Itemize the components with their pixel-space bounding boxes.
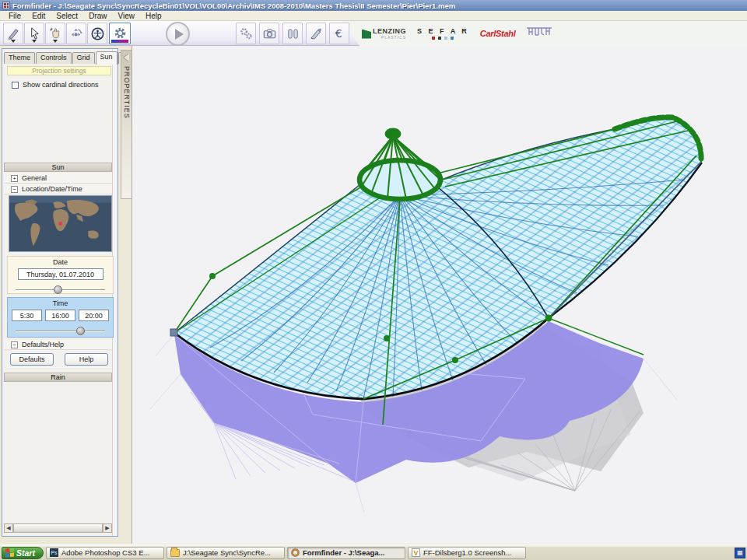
svg-text:€: €	[335, 27, 342, 40]
lenzing-text: LENZING	[373, 28, 406, 35]
date-slider[interactable]	[16, 286, 105, 294]
task-explorer[interactable]: J:\Seagate Sync\SyncRe...	[167, 547, 285, 559]
tab-theme[interactable]: Theme	[4, 52, 35, 64]
columns-icon	[286, 26, 300, 41]
menu-view[interactable]: View	[113, 12, 141, 20]
time-slider[interactable]	[16, 327, 105, 335]
ornate-purple-logo	[526, 26, 552, 41]
app-icon	[2, 2, 10, 9]
lenzing-subtext: PLASTICS	[373, 35, 406, 40]
sun-section-header[interactable]: Sun	[4, 163, 112, 172]
time-sunrise-field[interactable]: 5:30	[12, 310, 42, 321]
sefar-logo: S E F A R	[417, 28, 469, 40]
time-current-field[interactable]: 16:00	[45, 310, 75, 321]
defaults-help-expander[interactable]: − Defaults/Help	[4, 340, 112, 350]
time-slider-thumb[interactable]	[76, 327, 85, 335]
tab-controls[interactable]: Controls	[36, 52, 72, 64]
window-title: Formfinder - J:\Seagate Sync\SyncRecycle…	[12, 2, 455, 10]
app-window: Formfinder - J:\Seagate Sync\SyncRecycle…	[0, 0, 747, 560]
orbit-move-icon	[69, 26, 84, 41]
date-label: Date	[8, 258, 113, 266]
task-photoshop[interactable]: Ps Adobe Photoshop CS3 E...	[46, 547, 164, 559]
small-gears-icon	[239, 26, 254, 41]
time-label: Time	[8, 299, 113, 307]
figure-tool-button[interactable]	[87, 23, 107, 44]
location-date-time-expander[interactable]: − Location/Date/Time	[4, 184, 112, 194]
lenzing-mark-icon	[362, 30, 371, 39]
euro-tool-button[interactable]: €	[329, 23, 349, 44]
carlstahl-logo: CarlStahl	[480, 29, 516, 38]
time-sunset-field[interactable]: 20:00	[79, 310, 109, 321]
sun-shadow-tool-button[interactable]	[109, 23, 131, 44]
scrollbar-thumb[interactable]	[13, 523, 103, 533]
select-tool-button[interactable]	[24, 23, 44, 44]
expand-plus-icon[interactable]: +	[11, 175, 18, 182]
menu-file[interactable]: File	[3, 12, 26, 20]
lenzing-logo: LENZING PLASTICS	[362, 28, 406, 40]
scroll-left-arrow[interactable]: ◀	[4, 523, 13, 533]
defaults-button[interactable]: Defaults	[10, 353, 54, 366]
columns-tool-button[interactable]	[282, 23, 303, 44]
folder-icon	[170, 549, 180, 557]
date-field[interactable]: Thursday, 01.07.2010	[18, 268, 103, 280]
projection-settings-button[interactable]: Projection settings	[7, 66, 111, 75]
pen-tool-button[interactable]	[306, 23, 326, 44]
left-anchor-node	[170, 329, 177, 336]
pencil-tool-button[interactable]	[3, 23, 23, 44]
gradient-strip	[111, 40, 128, 43]
dropdown-arrow-icon[interactable]	[53, 40, 58, 43]
gear-icon	[113, 26, 128, 41]
menu-select[interactable]: Select	[51, 12, 83, 20]
membrane-scene	[132, 46, 747, 544]
dropdown-arrow-icon[interactable]	[11, 40, 16, 43]
pencil-icon	[6, 26, 21, 41]
properties-collapse-tab[interactable]: PROPERTIES	[121, 50, 132, 199]
collapse-minus-icon[interactable]: −	[11, 186, 18, 193]
checkbox-label: Show cardinal directions	[23, 81, 99, 89]
pen-icon	[309, 26, 324, 41]
camera-tool-button[interactable]	[259, 23, 279, 44]
world-map[interactable]	[9, 195, 112, 252]
menu-help[interactable]: Help	[140, 12, 167, 20]
play-animation-button[interactable]	[166, 22, 190, 46]
general-expander[interactable]: + General	[4, 173, 112, 184]
camera-icon	[262, 26, 277, 41]
cone-mast	[359, 128, 440, 200]
vitruvian-man-icon	[90, 26, 105, 41]
sefar-squares-icon	[417, 37, 469, 40]
start-button[interactable]: Start	[2, 547, 44, 559]
menu-bar: File Edit Select Draw View Help	[0, 11, 747, 21]
properties-sidebar: Theme Controls Grid Sun Images Projectio…	[2, 48, 118, 537]
grab-tool-button[interactable]	[45, 23, 65, 44]
time-panel: Time 5:30 16:00 20:00	[7, 297, 114, 338]
scroll-right-arrow[interactable]: ▶	[103, 523, 112, 533]
title-bar[interactable]: Formfinder - J:\Seagate Sync\SyncRecycle…	[0, 0, 747, 11]
viewport-3d[interactable]	[132, 46, 747, 544]
task-screenshot-viewer[interactable]: V FF-Dilsberg1.0 Screensh...	[408, 547, 526, 559]
rain-section-header[interactable]: Rain	[4, 373, 112, 382]
menu-edit[interactable]: Edit	[26, 12, 51, 20]
taskbar: Start Ps Adobe Photoshop CS3 E... J:\Sea…	[0, 544, 747, 560]
mast-top-knob	[385, 128, 402, 140]
collapse-minus-icon[interactable]: −	[11, 341, 18, 348]
gears-tool-button[interactable]	[236, 23, 256, 44]
task-formfinder[interactable]: Formfinder - J:\Seaga...	[287, 547, 405, 559]
menu-draw[interactable]: Draw	[83, 12, 112, 20]
formfinder-icon	[291, 548, 300, 557]
orbit-tool-button[interactable]	[66, 23, 86, 44]
properties-vertical-label: PROPERTIES	[123, 66, 131, 119]
tab-sun[interactable]: Sun	[96, 51, 117, 65]
sidebar-horizontal-scrollbar[interactable]: ◀ ▶	[4, 523, 112, 533]
tab-grid[interactable]: Grid	[72, 52, 95, 64]
tray-language-icon[interactable]: ▦	[735, 548, 745, 558]
play-icon	[175, 29, 184, 40]
collapse-left-arrow-icon	[124, 54, 129, 61]
show-cardinal-directions-checkbox[interactable]	[12, 82, 19, 89]
dropdown-arrow-icon[interactable]	[32, 40, 37, 43]
location-marker	[58, 222, 61, 225]
help-button[interactable]: Help	[65, 353, 108, 366]
toolbar: € LENZING PLASTICS S E F A R CarlStahl	[0, 21, 747, 46]
viewer-icon: V	[412, 548, 420, 557]
windows-flag-icon	[5, 548, 14, 557]
date-slider-thumb[interactable]	[54, 285, 62, 294]
